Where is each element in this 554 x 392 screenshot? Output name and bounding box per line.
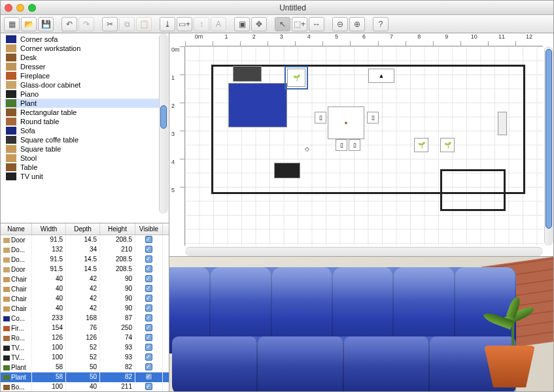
table-row[interactable]: Plant585082 [1,372,169,382]
visible-checkbox[interactable] [145,324,152,331]
visible-checkbox[interactable] [145,246,152,253]
plant-selected[interactable]: 🌱 [287,69,305,87]
column-header[interactable]: Name [1,223,32,235]
catalog-item[interactable]: Dresser [5,62,165,71]
minimize-window-button[interactable] [16,4,24,12]
extension-outline[interactable] [440,169,506,211]
catalog-item[interactable]: TV unit [5,172,165,181]
plan-horizontal-scrollbar[interactable] [185,247,543,256]
close-window-button[interactable] [5,4,12,12]
table-row[interactable]: Chair404290 [1,284,169,294]
catalog-item[interactable]: Piano [5,90,165,99]
column-header[interactable]: Visible [135,223,163,235]
table-row[interactable]: Plant585082 [1,363,169,372]
table-row[interactable]: Door91.514.5208.5 [1,265,169,274]
undo-button[interactable]: ↶ [61,17,77,31]
table-row[interactable]: Chair404290 [1,294,169,304]
column-header[interactable]: Height [100,223,135,235]
chair-1[interactable]: ▯ [315,112,326,123]
visible-checkbox[interactable] [145,255,152,263]
visible-checkbox[interactable] [145,334,152,341]
corner-sofa[interactable] [228,83,287,127]
cut-button[interactable]: ✂ [102,17,118,31]
plan-grid[interactable]: 🌱▲●▯▯▯▯🌱🌱◇ [185,46,543,246]
column-header[interactable]: Depth [66,223,100,235]
visible-checkbox[interactable] [145,373,152,380]
name-cell: Bo... [1,382,32,391]
open-button[interactable]: 📂 [21,17,37,31]
visible-checkbox[interactable] [145,314,152,321]
chair-2[interactable]: ▯ [367,112,379,123]
redo-button: ↷ [78,17,94,31]
3d-view[interactable] [169,257,553,391]
fireplace[interactable] [233,66,262,82]
visible-checkbox[interactable] [145,295,152,302]
catalog-item[interactable]: Rectangular table [5,108,165,117]
visible-checkbox[interactable] [145,363,152,370]
help-button[interactable]: ? [373,17,389,31]
camera[interactable]: ◇ [299,143,315,155]
visible-checkbox[interactable] [145,304,152,312]
round-table[interactable]: ● [328,106,364,139]
furniture-icon [6,145,16,153]
pointer-button[interactable]: ↖ [275,17,290,31]
furniture-catalog[interactable]: Corner sofaCorner workstationDeskDresser… [1,33,169,223]
add-furn-button[interactable]: ⤓ [160,17,175,31]
catalog-item[interactable]: Table [5,163,165,172]
zoom-out-button[interactable]: ⊖ [332,17,348,31]
chair-3[interactable]: ▯ [336,139,347,151]
table-row[interactable]: Chair404290 [1,304,169,314]
table-row[interactable]: Do...91.514.5208.5 [1,255,169,265]
visible-checkbox[interactable] [145,236,152,243]
catalog-item[interactable]: Plant [5,99,165,108]
walls-button[interactable]: ▭+ [177,17,192,31]
plant-2[interactable]: 🌱 [414,138,428,152]
table-row[interactable]: Door91.514.5208.5 [1,235,169,245]
visible-checkbox[interactable] [145,285,152,292]
table-row[interactable]: Bo...10040211 [1,382,169,391]
h-cell: 87 [100,314,135,323]
table-row[interactable]: Ro...12612674 [1,333,169,343]
save-button[interactable]: 💾 [38,17,54,31]
visible-checkbox[interactable] [145,344,152,351]
catalog-item[interactable]: Fireplace [5,71,165,80]
toolbar: ▦📂💾↶↷✂⧉📋⤓▭+↕A▣✥↖⬚+↔⊖⊕? [1,15,553,33]
new-button[interactable]: ▦ [4,17,20,31]
table-row[interactable]: Do...13234210 [1,245,169,255]
catalog-item[interactable]: Sofa [5,126,165,135]
catalog-item[interactable]: Round table [5,117,165,126]
d-cell: 52 [66,343,100,353]
table-row[interactable]: Fir...15476250 [1,323,169,333]
plan-view[interactable]: 0m123456789101112 0m12345 🌱▲●▯▯▯▯🌱🌱◇ [169,33,553,257]
catalog-item[interactable]: Glass-door cabinet [5,80,165,90]
visible-checkbox[interactable] [145,265,152,272]
table-row[interactable]: Co...23316887 [1,314,169,323]
dimension-button[interactable]: ↔ [309,17,324,31]
maximize-window-button[interactable] [28,4,36,12]
plan-vertical-scrollbar[interactable] [544,46,553,246]
select-button[interactable]: ▣ [234,17,250,31]
catalog-item[interactable]: Corner sofa [5,35,165,44]
visible-checkbox[interactable] [145,353,152,361]
piano[interactable] [274,163,300,178]
plant-3[interactable]: 🌱 [440,138,455,152]
room-button[interactable]: ⬚+ [292,17,307,31]
catalog-item[interactable]: Square table [5,144,165,154]
catalog-item[interactable]: Square coffe table [5,135,165,144]
visible-checkbox[interactable] [145,383,152,390]
tv-unit-2[interactable] [498,112,507,135]
table-row[interactable]: Chair404290 [1,274,169,284]
zoom-in-button[interactable]: ⊕ [349,17,365,31]
tv-unit-1[interactable]: ▲ [368,69,394,83]
catalog-scrollbar[interactable] [159,33,168,214]
pan-button[interactable]: ✥ [251,17,267,31]
table-row[interactable]: TV...1005293 [1,343,169,353]
catalog-item[interactable]: Desk [5,53,165,62]
visible-checkbox[interactable] [145,275,152,282]
table-row[interactable]: TV...1005293 [1,353,169,363]
chair-4[interactable]: ▯ [349,139,360,151]
catalog-item[interactable]: Stool [5,154,165,163]
furniture-table[interactable]: NameWidthDepthHeightVisible Door91.514.5… [1,223,169,391]
catalog-item[interactable]: Corner workstation [5,44,165,53]
column-header[interactable]: Width [32,223,66,235]
